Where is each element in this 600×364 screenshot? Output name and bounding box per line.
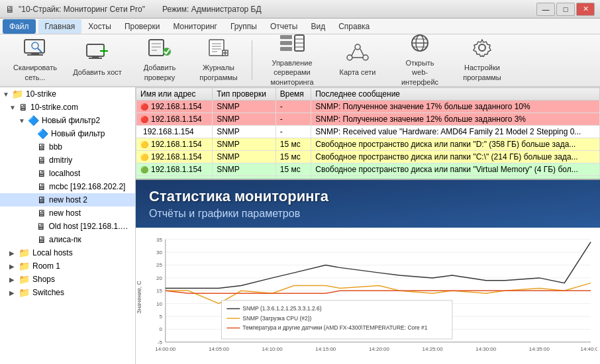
settings-button[interactable]: Настройкипрограммы (452, 36, 512, 84)
cell-time: - (275, 126, 311, 138)
menu-view[interactable]: Вид (304, 19, 332, 34)
cell-address: 🔴192.168.1.154 (136, 113, 213, 126)
main-area: ▼ 📁 10-strike ▼ 🖥 10-strike.com ▼ 🔷 Новы… (0, 87, 600, 364)
scan-network-button[interactable]: Сканировать сеть... (5, 36, 65, 84)
add-check-button[interactable]: Добавить проверку (130, 36, 189, 84)
tree-label: Local hosts (32, 248, 73, 257)
open-web-button[interactable]: Открытьweb-интерфейс (390, 36, 450, 84)
host-icon: 🖥 (37, 168, 46, 179)
menu-hosts[interactable]: Хосты (81, 19, 118, 34)
tree-item-filter[interactable]: 🔷 Новый фильтр (0, 127, 135, 140)
expand-arrow: ▶ (9, 289, 19, 296)
maximize-button[interactable]: □ (556, 3, 575, 16)
menu-groups[interactable]: Группы (224, 19, 264, 34)
svg-text:14:10:00: 14:10:00 (262, 346, 283, 352)
svg-rect-7 (92, 56, 99, 58)
cell-type: SNMP (213, 113, 276, 126)
host-icon: 🖥 (37, 234, 46, 245)
table-row[interactable]: 🟡192.168.1.154 SNMP 15 мс Свободное прос… (136, 151, 600, 163)
tree-item-new-host-2[interactable]: 🖥 new host 2 (0, 193, 135, 206)
menu-file[interactable]: Файл (3, 19, 36, 34)
journal-button[interactable]: Журналыпрограммы (192, 36, 245, 84)
tree-item-new-host[interactable]: 🖥 new host (0, 206, 135, 220)
app-icon: 🖥 (5, 4, 15, 15)
tree-label: mcbc [192.168.202.2] (49, 182, 125, 191)
menu-checks[interactable]: Проверки (118, 19, 167, 34)
tree-item-alisa[interactable]: 🖥 алиса-пк (0, 233, 135, 246)
tree-item-switches[interactable]: ▶ 📁 Switches (0, 286, 135, 299)
tree-item-10strike-com[interactable]: ▼ 🖥 10-strike.com (0, 101, 135, 114)
host-icon: 🖥 (37, 181, 46, 192)
network-map-button[interactable]: Карта сети (328, 36, 387, 84)
tree-label: localhost (49, 169, 80, 178)
cell-type: SNMP (213, 163, 276, 176)
scan-icon (23, 38, 47, 60)
tree-item-localhost[interactable]: 🖥 localhost (0, 167, 135, 180)
host-icon: 🖥 (37, 195, 46, 205)
tree-item-old-host[interactable]: 🖥 Old host [192.168.1.153] (0, 220, 135, 233)
tree-item-10strike[interactable]: ▼ 📁 10-strike (0, 87, 135, 101)
cell-address: 🟡192.168.1.154 (136, 151, 213, 163)
col-type: Тип проверки (213, 88, 276, 101)
menu-monitor[interactable]: Мониторинг (166, 19, 224, 34)
tree-item-shops[interactable]: ▶ 📁 Shops (0, 273, 135, 286)
network-map-icon (346, 43, 370, 65)
tree-item-bbb[interactable]: 🖥 bbb (0, 140, 135, 154)
table-row[interactable]: 🟢192.168.1.154 SNMP 15 мс Свободное прос… (136, 163, 600, 176)
journal-icon (208, 38, 229, 60)
table-row[interactable]: 🔴192.168.1.154 SNMP - SNMP: Полученное з… (136, 113, 600, 126)
tree-item-mcbc[interactable]: 🖥 mcbc [192.168.202.2] (0, 180, 135, 193)
svg-text:14:15:00: 14:15:00 (315, 346, 336, 352)
tree-label: 10-strike (26, 89, 56, 99)
scan-label: Сканировать сеть... (9, 63, 62, 82)
title-bar: 🖥 "10-Страйк: Мониторинг Сети Pro" Режим… (0, 0, 600, 19)
add-check-icon (148, 38, 172, 60)
checks-table-area: Имя или адрес Тип проверки Время Последн… (136, 87, 600, 180)
expand-arrow: ▼ (9, 104, 19, 111)
toolbar: Сканировать сеть... Добавить хост (0, 34, 600, 87)
host-icon: 🖥 (37, 208, 46, 218)
svg-text:15: 15 (156, 288, 162, 294)
menu-reports[interactable]: Отчеты (264, 19, 304, 34)
col-message: Последнее сообщение (311, 88, 600, 101)
manage-servers-button[interactable]: Управление серверами мониторинга (259, 36, 325, 84)
open-web-label: Открытьweb-интерфейс (393, 58, 446, 87)
add-check-label: Добавить проверку (133, 63, 186, 82)
svg-text:SNMP (Загрузка CPU (#2)): SNMP (Загрузка CPU (#2)) (242, 315, 311, 322)
window-controls: — □ ✕ (536, 3, 595, 16)
svg-text:25: 25 (156, 263, 162, 269)
add-host-button[interactable]: Добавить хост (68, 36, 127, 84)
menu-help[interactable]: Справка (332, 19, 376, 34)
close-button[interactable]: ✕ (576, 3, 595, 16)
svg-rect-0 (25, 40, 44, 53)
host-icon: 🖥 (37, 155, 46, 165)
manage-servers-label: Управление серверами мониторинга (262, 58, 322, 87)
cell-type: SNMP (213, 101, 276, 113)
folder-icon: 📁 (19, 274, 30, 285)
tree-label: Новый фильтр (51, 129, 105, 138)
open-web-icon (408, 34, 432, 56)
svg-rect-2 (31, 53, 39, 54)
svg-point-31 (347, 55, 352, 60)
table-row[interactable]: 192.168.1.154 SNMP - SNMP: Received valu… (136, 126, 600, 138)
tree-label: Новый фильтр2 (42, 116, 100, 125)
table-row[interactable]: 🔴192.168.1.154 SNMP - SNMP: Полученное з… (136, 101, 600, 113)
right-panel: Имя или адрес Тип проверки Время Последн… (136, 87, 600, 364)
menu-home[interactable]: Главная (38, 19, 82, 34)
svg-text:0: 0 (159, 327, 162, 333)
tree-label: Old host [192.168.1.153] (48, 222, 132, 231)
tree-item-dmitriy[interactable]: 🖥 dmitriy (0, 154, 135, 167)
tree-item-room1[interactable]: ▶ 📁 Room 1 (0, 259, 135, 273)
settings-label: Настройкипрограммы (463, 63, 501, 82)
promo-title: Статистика мониторинга (149, 188, 587, 205)
table-row[interactable]: 🟡192.168.1.154 SNMP 15 мс Свободное прос… (136, 138, 600, 151)
svg-text:5: 5 (159, 314, 162, 320)
cell-time: 15 мс (275, 163, 311, 176)
add-host-icon (85, 43, 109, 65)
settings-icon (472, 38, 492, 60)
tree-item-filter2[interactable]: ▼ 🔷 Новый фильтр2 (0, 114, 135, 127)
toolbar-separator-1 (252, 40, 252, 80)
tree-item-local-hosts[interactable]: ▶ 📁 Local hosts (0, 246, 135, 259)
minimize-button[interactable]: — (536, 3, 555, 16)
svg-rect-24 (280, 41, 292, 45)
